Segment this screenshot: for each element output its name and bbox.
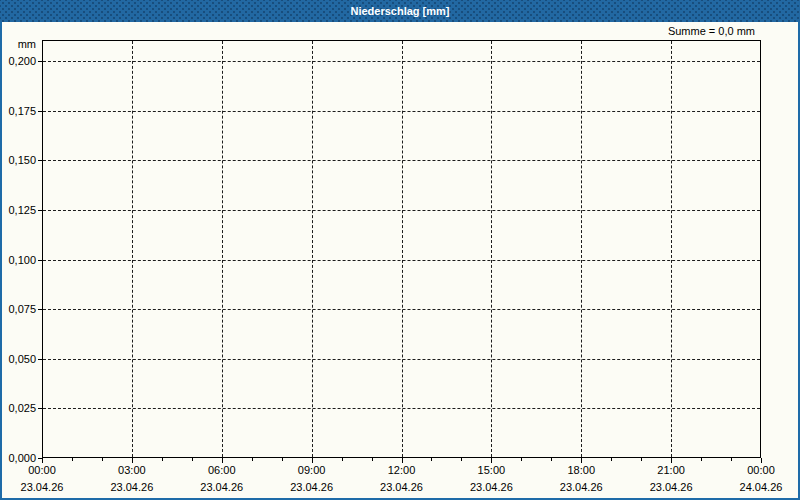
x-tick-minor: [731, 458, 732, 461]
x-tick-minor: [192, 458, 193, 461]
x-tick-minor: [551, 458, 552, 461]
x-tick-minor: [282, 458, 283, 461]
x-tick-date-label: 23.04.26: [97, 481, 167, 493]
x-tick-minor: [72, 458, 73, 461]
x-tick-minor: [701, 458, 702, 461]
v-gridline: [402, 41, 403, 457]
x-tick-date-label: 23.04.26: [367, 481, 437, 493]
x-tick-minor: [342, 458, 343, 461]
y-tick-label: 0,025: [2, 402, 36, 414]
x-tick-minor: [461, 458, 462, 461]
y-tick: [38, 309, 42, 310]
x-tick-major: [42, 458, 43, 463]
y-tick-label: 0,050: [2, 353, 36, 365]
x-tick-date-label: 23.04.26: [187, 481, 257, 493]
x-tick-date-label: 23.04.26: [636, 481, 706, 493]
x-tick-time-label: 03:00: [102, 464, 162, 476]
chart-window: Niederschlag [mm] Summe = 0,0 mm mm 0,20…: [0, 0, 800, 500]
y-axis-unit-label: mm: [2, 38, 36, 50]
v-gridline: [581, 41, 582, 457]
y-tick: [38, 210, 42, 211]
sum-annotation: Summe = 0,0 mm: [668, 25, 755, 37]
x-tick-time-label: 00:00: [12, 464, 72, 476]
y-tick: [38, 61, 42, 62]
v-gridline: [312, 41, 313, 457]
x-tick-time-label: 18:00: [551, 464, 611, 476]
x-tick-major: [491, 458, 492, 463]
x-tick-time-label: 12:00: [372, 464, 432, 476]
x-tick-minor: [431, 458, 432, 461]
x-tick-date-label: 23.04.26: [546, 481, 616, 493]
x-tick-minor: [102, 458, 103, 461]
x-tick-minor: [252, 458, 253, 461]
y-tick-label: 0,175: [2, 105, 36, 117]
x-tick-minor: [521, 458, 522, 461]
x-tick-major: [581, 458, 582, 463]
x-tick-minor: [641, 458, 642, 461]
x-tick-date-label: 23.04.26: [7, 481, 77, 493]
y-tick-label: 0,000: [2, 452, 36, 464]
y-tick: [38, 160, 42, 161]
x-tick-date-label: 23.04.26: [456, 481, 526, 493]
y-tick-label: 0,075: [2, 303, 36, 315]
v-gridline: [222, 41, 223, 457]
plot-area: [42, 40, 761, 458]
v-gridline: [491, 41, 492, 457]
x-tick-major: [671, 458, 672, 463]
x-tick-minor: [372, 458, 373, 461]
x-tick-major: [132, 458, 133, 463]
x-tick-major: [402, 458, 403, 463]
v-gridline: [671, 41, 672, 457]
x-tick-time-label: 21:00: [641, 464, 701, 476]
x-tick-time-label: 06:00: [192, 464, 252, 476]
y-tick: [38, 111, 42, 112]
x-tick-date-label: 23.04.26: [277, 481, 347, 493]
x-tick-date-label: 24.04.26: [726, 481, 796, 493]
v-gridline: [132, 41, 133, 457]
y-tick-label: 0,150: [2, 154, 36, 166]
y-tick-label: 0,125: [2, 204, 36, 216]
window-titlebar: Niederschlag [mm]: [0, 0, 800, 22]
x-tick-time-label: 09:00: [282, 464, 342, 476]
x-tick-major: [312, 458, 313, 463]
y-tick-label: 0,100: [2, 254, 36, 266]
y-tick: [38, 260, 42, 261]
chart-body: Summe = 0,0 mm mm 0,2000,1750,1500,1250,…: [2, 22, 798, 498]
x-tick-minor: [162, 458, 163, 461]
x-tick-time-label: 00:00: [731, 464, 791, 476]
y-tick: [38, 359, 42, 360]
x-tick-time-label: 15:00: [461, 464, 521, 476]
y-tick: [38, 408, 42, 409]
window-title: Niederschlag [mm]: [350, 5, 449, 17]
x-tick-major: [761, 458, 762, 463]
x-tick-major: [222, 458, 223, 463]
x-tick-minor: [611, 458, 612, 461]
y-tick-label: 0,200: [2, 55, 36, 67]
